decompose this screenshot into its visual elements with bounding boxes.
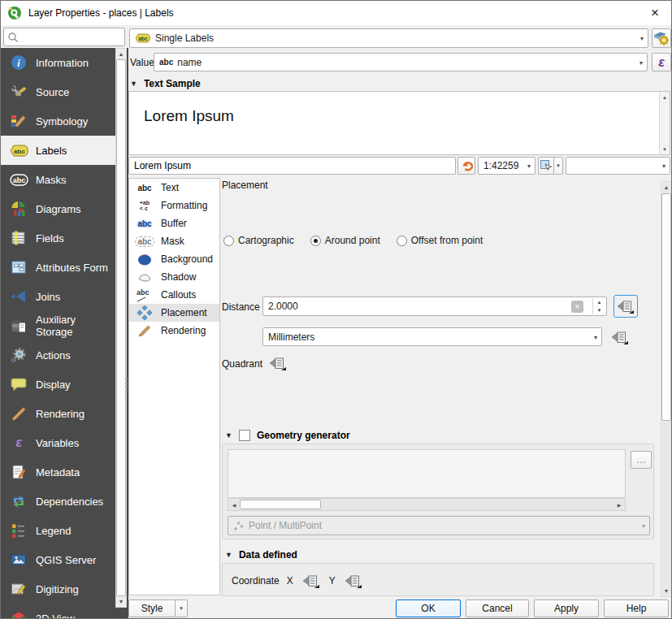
sidebar-item-diagrams[interactable]: Diagrams bbox=[1, 194, 115, 223]
search-box[interactable] bbox=[3, 28, 125, 46]
tab-background[interactable]: Background bbox=[129, 250, 219, 268]
distance-units-combo[interactable]: Millimeters ▾ bbox=[262, 327, 602, 346]
coordinate-row: Coordinate X Y bbox=[232, 573, 364, 589]
scroll-up-icon[interactable]: ▲ bbox=[116, 49, 126, 59]
cancel-button[interactable]: Cancel bbox=[466, 600, 529, 617]
expression-builder-button[interactable]: ε bbox=[652, 53, 671, 71]
sidebar-item-information[interactable]: i Information bbox=[1, 48, 115, 77]
chevron-down-icon[interactable]: ▾ bbox=[176, 600, 188, 617]
scroll-down-icon[interactable]: ▼ bbox=[116, 596, 126, 607]
geometry-generator-frame: … ◀ ▶ Point / MultiPoint ▾ bbox=[222, 444, 654, 539]
value-field-combo[interactable]: abc name ▾ bbox=[154, 53, 648, 71]
quadrant-data-defined-override-button[interactable] bbox=[267, 354, 289, 372]
tab-buffer[interactable]: abc Buffer bbox=[129, 214, 219, 232]
sidebar-item-joins[interactable]: Joins bbox=[1, 282, 115, 311]
radio-circle bbox=[310, 236, 321, 246]
chevron-down-icon[interactable]: ▾ bbox=[554, 157, 563, 175]
expression-more-button[interactable]: … bbox=[631, 451, 652, 469]
set-scale-from-canvas-button[interactable]: ▾ bbox=[538, 157, 563, 175]
reset-sample-text-button[interactable] bbox=[457, 157, 475, 175]
sidebar-item-label: Joins bbox=[36, 291, 60, 303]
sidebar-item-metadata[interactable]: Metadata bbox=[1, 457, 115, 487]
close-button[interactable]: × bbox=[644, 2, 666, 24]
units-data-defined-override-button[interactable] bbox=[609, 328, 631, 346]
distance-data-defined-override-button[interactable] bbox=[613, 295, 638, 318]
apply-button[interactable]: Apply bbox=[534, 600, 599, 617]
automated-placement-settings-button[interactable] bbox=[652, 28, 671, 48]
pane-scrollbar[interactable]: ▲ ▼ bbox=[661, 181, 672, 597]
preview-scale-combo[interactable]: 1:42259 ▾ bbox=[478, 157, 535, 175]
scroll-up-icon[interactable]: ▲ bbox=[661, 182, 671, 193]
scroll-left-icon[interactable]: ◀ bbox=[228, 499, 240, 510]
sidebar-item-digitizing[interactable]: Digitizing bbox=[1, 574, 115, 604]
sidebar-item-legend[interactable]: Legend bbox=[1, 516, 115, 545]
3d-view-icon bbox=[9, 608, 28, 618]
hscrollbar-thumb[interactable] bbox=[240, 500, 321, 509]
sidebar-item-label: Auxiliary Storage bbox=[36, 314, 115, 338]
search-input[interactable] bbox=[19, 32, 124, 43]
geometry-generator-header[interactable]: ▼ Geometry generator bbox=[225, 430, 350, 441]
tab-text[interactable]: abc Text bbox=[129, 179, 219, 197]
clear-value-icon[interactable]: × bbox=[571, 301, 583, 313]
labeling-mode-combo[interactable]: abc Single Labels ▾ bbox=[129, 28, 648, 48]
tab-label: Buffer bbox=[161, 218, 187, 229]
ok-button[interactable]: OK bbox=[396, 600, 461, 617]
scroll-down-icon[interactable]: ▼ bbox=[661, 586, 671, 596]
pane-scrollbar-thumb[interactable] bbox=[661, 193, 671, 421]
sidebar-item-masks[interactable]: abc Masks bbox=[1, 165, 115, 194]
font-size-combo[interactable]: ▾ bbox=[566, 157, 670, 175]
tab-rendering[interactable]: Rendering bbox=[129, 322, 219, 340]
sidebar-item-label: Variables bbox=[36, 437, 79, 449]
text-sample-header[interactable]: ▼ Text Sample bbox=[130, 78, 201, 89]
sidebar-item-qgis-server[interactable]: QGIS Server bbox=[1, 545, 115, 574]
sidebar-item-fields[interactable]: Fields bbox=[1, 223, 115, 253]
undo-arrow-icon bbox=[461, 160, 473, 172]
geometry-expression-textarea[interactable] bbox=[228, 449, 626, 498]
map-canvas-extent-icon[interactable] bbox=[538, 157, 554, 175]
tab-formatting[interactable]: +ab< c Formatting bbox=[129, 197, 219, 214]
geometry-expression-hscrollbar[interactable]: ◀ ▶ bbox=[228, 498, 626, 511]
sidebar-item-symbology[interactable]: Symbology bbox=[1, 106, 115, 136]
coordinate-y-override-button[interactable] bbox=[343, 573, 364, 589]
text-sample-scrollbar[interactable]: ▲ ▼ bbox=[659, 92, 670, 154]
sample-text-input[interactable] bbox=[128, 157, 456, 175]
sidebar-item-source[interactable]: Source bbox=[1, 77, 115, 106]
help-button[interactable]: Help bbox=[604, 600, 669, 617]
sidebar-item-rendering[interactable]: Rendering bbox=[1, 399, 115, 428]
style-button-label[interactable]: Style bbox=[128, 600, 176, 617]
radio-offset-from-point[interactable]: Offset from point bbox=[397, 235, 483, 246]
sidebar-item-display[interactable]: Display bbox=[1, 370, 115, 399]
geometry-generator-checkbox[interactable] bbox=[239, 430, 250, 441]
sidebar-item-auxiliary-storage[interactable]: Auxiliary Storage bbox=[1, 311, 115, 340]
radio-cartographic[interactable]: Cartographic bbox=[223, 235, 294, 246]
sidebar-item-variables[interactable]: ε Variables bbox=[1, 428, 115, 457]
style-menu-button[interactable]: Style ▾ bbox=[128, 600, 188, 617]
radio-around-point[interactable]: Around point bbox=[310, 235, 380, 246]
rendering-tab-icon bbox=[133, 322, 156, 339]
data-defined-override-icon bbox=[617, 299, 635, 314]
distance-spinbox[interactable]: 2.0000 × ▲ ▼ bbox=[262, 297, 607, 316]
coordinate-label: Coordinate bbox=[232, 575, 280, 587]
sidebar-item-dependencies[interactable]: Dependencies bbox=[1, 487, 115, 516]
sidebar-scrollbar-thumb[interactable] bbox=[116, 59, 126, 596]
sidebar-scrollbar[interactable]: ▲ ▼ bbox=[115, 48, 127, 608]
coordinate-x-override-button[interactable] bbox=[301, 573, 322, 589]
sidebar-item-label: Rendering bbox=[36, 408, 85, 420]
sidebar-item-3d-view[interactable]: 3D View bbox=[1, 604, 115, 618]
sidebar-item-attributes-form[interactable]: Attributes Form bbox=[1, 253, 115, 282]
tab-placement[interactable]: Placement bbox=[129, 304, 219, 322]
scroll-up-icon[interactable]: ▲ bbox=[660, 92, 670, 102]
scroll-right-icon[interactable]: ▶ bbox=[613, 499, 625, 510]
spinner-buttons[interactable]: ▲ ▼ bbox=[592, 298, 605, 314]
distance-value: 2.0000 bbox=[268, 301, 298, 312]
tab-mask[interactable]: abc Mask bbox=[129, 232, 219, 250]
tab-callouts[interactable]: abc Callouts bbox=[129, 286, 219, 304]
sidebar-item-labels[interactable]: abc Labels bbox=[1, 136, 115, 165]
tab-shadow[interactable]: Shadow bbox=[129, 268, 219, 286]
geometry-type-combo[interactable]: Point / MultiPoint ▾ bbox=[228, 516, 650, 535]
spin-down-icon[interactable]: ▼ bbox=[593, 306, 605, 314]
data-defined-header[interactable]: ▼ Data defined bbox=[225, 549, 297, 561]
sidebar-item-actions[interactable]: Actions bbox=[1, 340, 115, 370]
scroll-down-icon[interactable]: ▼ bbox=[660, 144, 670, 154]
spin-up-icon[interactable]: ▲ bbox=[593, 298, 605, 306]
